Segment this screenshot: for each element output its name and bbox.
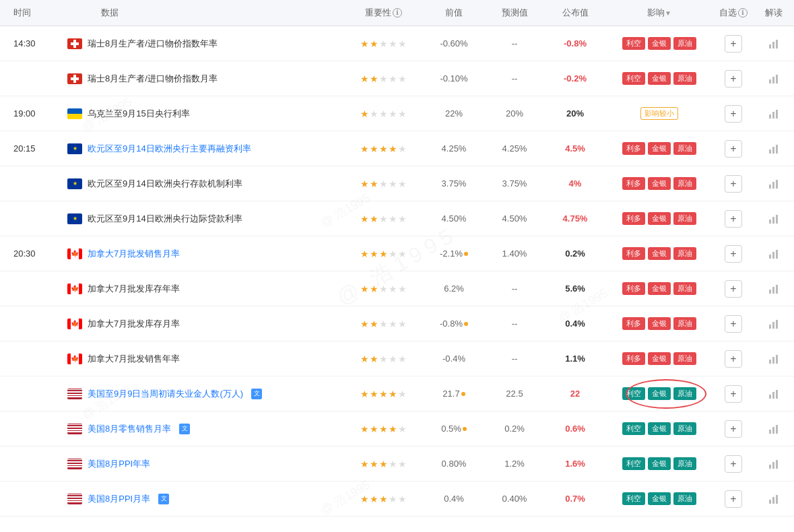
stars: ★★★★★ — [360, 424, 407, 434]
watchlist-button[interactable]: + — [725, 35, 742, 53]
cell-watchlist[interactable]: + — [713, 65, 754, 93]
chart-button[interactable] — [765, 70, 783, 88]
chart-button[interactable] — [765, 105, 783, 123]
tag: 原油 — [673, 177, 696, 190]
data-name-link[interactable]: 美国8月PPI年率 — [88, 458, 150, 470]
influence-sort-icon[interactable]: ▼ — [665, 9, 671, 17]
watchlist-button[interactable]: + — [725, 245, 742, 263]
chart-button[interactable] — [765, 350, 783, 368]
data-name-link[interactable]: 美国至9月9日当周初请失业金人数(万人) — [88, 388, 243, 400]
star-3: ★ — [379, 213, 388, 224]
data-name-link[interactable]: 美国8月PPI月率 — [88, 493, 150, 505]
data-name-link[interactable]: 加拿大7月批发销售月率 — [88, 248, 180, 260]
cell-forecast: -- — [484, 68, 545, 89]
data-name-text: 加拿大7月批发库存年率 — [88, 283, 180, 295]
star-1: ★ — [360, 354, 369, 364]
watchlist-button[interactable]: + — [725, 140, 742, 158]
star-5: ★ — [398, 108, 407, 119]
cell-watchlist[interactable]: + — [713, 415, 754, 443]
watchlist-button[interactable]: + — [725, 455, 742, 473]
cell-watchlist[interactable]: + — [713, 450, 754, 478]
star-1: ★ — [360, 248, 369, 259]
watchlist-button[interactable]: + — [725, 70, 742, 88]
cell-analysis[interactable] — [754, 345, 794, 373]
cell-importance: ★★★★★ — [343, 453, 424, 475]
cell-watchlist[interactable]: + — [713, 380, 754, 408]
doc-icon[interactable]: 文 — [251, 389, 262, 399]
chart-icon — [768, 73, 780, 85]
tag: 金银 — [648, 282, 671, 295]
cell-analysis[interactable] — [754, 240, 794, 268]
chart-button[interactable] — [765, 280, 783, 298]
cell-watchlist[interactable]: + — [713, 100, 754, 128]
cell-data: 美国8月PPI年率 — [61, 453, 343, 475]
star-1: ★ — [360, 389, 369, 399]
cell-analysis[interactable] — [754, 65, 794, 93]
chart-button[interactable] — [765, 140, 783, 158]
header-data: 数据 — [61, 7, 343, 19]
cell-analysis[interactable] — [754, 170, 794, 198]
cell-analysis[interactable] — [754, 415, 794, 443]
star-2: ★ — [370, 494, 378, 504]
star-5: ★ — [398, 459, 407, 469]
chart-button[interactable] — [765, 420, 783, 438]
chart-button[interactable] — [765, 455, 783, 473]
cell-analysis[interactable] — [754, 275, 794, 303]
cell-watchlist[interactable]: + — [713, 30, 754, 58]
watchlist-button[interactable]: + — [725, 385, 742, 403]
cell-analysis[interactable] — [754, 100, 794, 128]
watchlist-button[interactable]: + — [725, 420, 742, 438]
data-name-link[interactable]: 欧元区至9月14日欧洲央行主要再融资利率 — [88, 143, 251, 155]
cell-watchlist[interactable]: + — [713, 275, 754, 303]
cell-watchlist[interactable]: + — [713, 205, 754, 233]
chart-button[interactable] — [765, 315, 783, 333]
importance-info-icon[interactable]: ℹ — [393, 8, 402, 18]
chart-button[interactable] — [765, 210, 783, 228]
prev-value: 6.2% — [444, 284, 464, 294]
cell-watchlist[interactable]: + — [713, 310, 754, 338]
publish-value: 22 — [570, 389, 580, 399]
watchlist-button[interactable]: + — [725, 210, 742, 228]
table-row: 瑞士8月生产者/进口物价指数月率 ★★★★★ -0.10% -- -0.2% 利… — [0, 61, 794, 96]
table-header: 时间 数据 重要性 ℹ 前值 预测值 公布值 影响 ▼ 自选 ℹ 解读 — [0, 0, 794, 26]
forecast-value: -- — [512, 73, 518, 84]
watchlist-button[interactable]: + — [725, 315, 742, 333]
cell-analysis[interactable] — [754, 450, 794, 478]
cell-analysis[interactable] — [754, 30, 794, 58]
watchlist-button[interactable]: + — [725, 280, 742, 298]
doc-icon[interactable]: 文 — [158, 494, 169, 504]
watchlist-info-icon[interactable]: ℹ — [738, 8, 748, 18]
watchlist-button[interactable]: + — [725, 490, 742, 508]
cell-watchlist[interactable]: + — [713, 485, 754, 513]
cell-watchlist[interactable]: + — [713, 240, 754, 268]
cell-watchlist[interactable]: + — [713, 170, 754, 198]
cell-watchlist[interactable]: + — [713, 135, 754, 163]
chart-button[interactable] — [765, 385, 783, 403]
cell-forecast: 22.5 — [484, 383, 545, 404]
cell-analysis[interactable] — [754, 135, 794, 163]
cell-analysis[interactable] — [754, 380, 794, 408]
tag: 金银 — [648, 142, 671, 155]
forecast-value: -- — [512, 38, 518, 48]
chart-icon — [768, 178, 780, 190]
cell-watchlist[interactable]: + — [713, 345, 754, 373]
header-publish: 公布值 — [545, 7, 605, 19]
chart-button[interactable] — [765, 35, 783, 53]
svg-rect-7 — [772, 112, 774, 119]
watchlist-button[interactable]: + — [725, 175, 742, 193]
chart-button[interactable] — [765, 245, 783, 263]
doc-icon[interactable]: 文 — [179, 424, 190, 434]
cell-analysis[interactable] — [754, 485, 794, 513]
watchlist-button[interactable]: + — [725, 105, 742, 123]
cell-publish: 0.6% — [545, 418, 605, 439]
cell-publish: 20% — [545, 103, 605, 124]
cell-publish: 22 — [545, 383, 605, 404]
chart-button[interactable] — [765, 175, 783, 193]
time-value: 20:15 — [13, 143, 36, 154]
table-row: 美国8月PPI月率文 ★★★★★ 0.4% 0.40% 0.7% 利空金银原油 … — [0, 481, 794, 517]
chart-button[interactable] — [765, 490, 783, 508]
data-name-link[interactable]: 美国8月零售销售月率 — [88, 423, 171, 435]
cell-analysis[interactable] — [754, 205, 794, 233]
cell-analysis[interactable] — [754, 310, 794, 338]
watchlist-button[interactable]: + — [725, 350, 742, 368]
